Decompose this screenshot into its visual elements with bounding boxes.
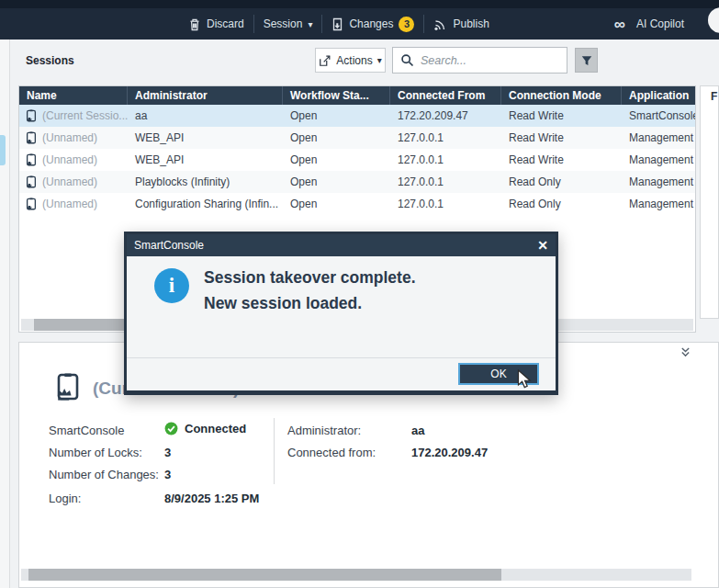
collapse-panel-icon[interactable] <box>678 345 692 359</box>
session-name: (Unnamed) <box>42 175 97 188</box>
toolbar-separator <box>253 15 254 33</box>
dialog-message: Session takeover complete. New session l… <box>204 265 416 316</box>
detail-label: SmartConsole <box>49 424 124 437</box>
session-name: (Unnamed) <box>42 131 97 144</box>
column-header-application[interactable]: Application <box>622 86 695 105</box>
session-connection-mode: Read Write <box>501 153 622 166</box>
search-input[interactable] <box>421 54 570 67</box>
session-connection-mode: Read Only <box>501 175 622 188</box>
dialog-footer: OK <box>127 357 556 390</box>
session-menu-button[interactable]: Session ▾ <box>264 17 313 30</box>
session-connected-from: 127.0.0.1 <box>390 153 501 166</box>
detail-label: Connected from: <box>287 446 376 459</box>
detail-value: 3 <box>164 468 171 481</box>
publish-button[interactable]: Publish <box>433 17 489 31</box>
column-header-connected-from[interactable]: Connected From <box>390 86 501 105</box>
search-box <box>392 47 567 74</box>
session-connection-mode: Read Only <box>501 198 622 210</box>
connection-status: Connected <box>164 422 246 435</box>
session-connection-mode: Read Write <box>501 131 622 144</box>
table-row[interactable]: (Current Sessio... aa Open 172.20.209.47… <box>19 105 695 127</box>
toolbar-separator <box>423 15 424 33</box>
session-icon <box>25 131 38 145</box>
details-horizontal-scrollbar[interactable] <box>21 569 691 581</box>
detail-label: Login: <box>49 492 81 505</box>
table-row[interactable]: (Unnamed) WEB_API Open 127.0.0.1 Read Wr… <box>19 127 695 149</box>
session-administrator: aa <box>128 109 283 122</box>
session-workflow-state: Open <box>283 153 390 166</box>
publish-broadcast-icon <box>433 17 447 31</box>
changes-label: Changes <box>349 17 393 30</box>
changes-document-icon <box>331 17 343 31</box>
chevron-down-icon: ▾ <box>308 19 312 29</box>
changes-button[interactable]: Changes 3 <box>331 17 414 32</box>
avatar[interactable] <box>708 7 719 33</box>
dialog-titlebar[interactable]: SmartConsole ✕ <box>127 234 556 256</box>
session-administrator: WEB_API <box>128 131 283 144</box>
session-application: Management API <box>622 131 695 144</box>
session-connected-from: 127.0.0.1 <box>390 198 501 210</box>
details-divider <box>274 418 275 484</box>
ok-button[interactable]: OK <box>458 363 539 385</box>
session-connected-from: 172.20.209.47 <box>390 109 501 122</box>
connection-status-text: Connected <box>185 422 246 435</box>
funnel-icon <box>580 54 593 67</box>
page-title: Sessions <box>26 54 74 67</box>
session-application: Management API <box>622 153 695 166</box>
session-icon <box>25 109 38 123</box>
collapsed-side-tab[interactable] <box>0 135 6 165</box>
table-row[interactable]: (Unnamed) WEB_API Open 127.0.0.1 Read Wr… <box>19 149 695 171</box>
publish-label: Publish <box>453 17 489 30</box>
column-header-name[interactable]: Name <box>19 86 128 105</box>
check-circle-icon <box>164 422 178 435</box>
session-icon <box>25 198 38 211</box>
changes-count-badge: 3 <box>399 17 414 32</box>
column-header-administrator[interactable]: Administrator <box>128 86 283 105</box>
detail-value: aa <box>411 424 424 437</box>
session-icon <box>25 153 38 167</box>
top-toolbar: Discard Session ▾ Changes 3 <box>0 0 719 40</box>
scrollbar-thumb[interactable] <box>28 569 501 581</box>
ai-copilot-label: AI Copilot <box>636 17 684 30</box>
close-icon[interactable]: ✕ <box>537 239 548 252</box>
ai-copilot-button[interactable]: ∞ AI Copilot <box>614 17 684 32</box>
detail-value: 3 <box>164 446 171 459</box>
message-dialog: SmartConsole ✕ i Session takeover comple… <box>124 232 558 395</box>
session-connected-from: 127.0.0.1 <box>390 175 501 188</box>
session-workflow-state: Open <box>283 109 390 122</box>
share-icon <box>319 54 331 67</box>
session-label: Session <box>264 17 303 30</box>
session-workflow-state: Open <box>283 175 390 188</box>
dialog-title: SmartConsole <box>134 239 537 252</box>
dialog-message-line1: Session takeover complete. <box>204 265 416 290</box>
table-row[interactable]: (Unnamed) Configuration Sharing (Infin..… <box>19 193 695 215</box>
session-connected-from: 127.0.0.1 <box>390 131 501 144</box>
discard-label: Discard <box>207 17 244 30</box>
detail-label: Number of Locks: <box>49 446 142 459</box>
session-workflow-state: Open <box>283 198 390 210</box>
session-workflow-state: Open <box>283 131 390 144</box>
right-panel-clipped-label: F <box>711 90 717 103</box>
current-session-icon <box>54 373 82 403</box>
right-side-panel: F <box>700 85 719 319</box>
toolbar-actions-group: Discard Session ▾ Changes 3 <box>188 8 489 40</box>
discard-button[interactable]: Discard <box>188 17 244 31</box>
session-icon <box>25 175 38 189</box>
actions-label: Actions <box>336 54 372 67</box>
table-row[interactable]: (Unnamed) Playblocks (Infinity) Open 127… <box>19 171 695 193</box>
column-header-connection-mode[interactable]: Connection Mode <box>501 86 622 105</box>
filter-button[interactable] <box>575 48 598 73</box>
info-icon: i <box>154 268 189 303</box>
detail-value: 172.20.209.47 <box>411 446 488 459</box>
column-header-workflow-state[interactable]: Workflow Sta... <box>283 86 390 105</box>
session-application: Management API <box>622 198 695 210</box>
smartconsole-window: Discard Session ▾ Changes 3 <box>0 0 719 588</box>
toolbar-separator <box>321 15 322 33</box>
actions-button[interactable]: Actions ▾ <box>315 48 386 73</box>
detail-label: Number of Changes: <box>49 468 159 481</box>
session-administrator: Configuration Sharing (Infin... <box>128 198 283 210</box>
session-name: (Current Sessio... <box>42 109 128 122</box>
dialog-message-line2: New session loaded. <box>204 290 416 316</box>
session-administrator: WEB_API <box>128 153 283 166</box>
session-name: (Unnamed) <box>42 198 97 210</box>
